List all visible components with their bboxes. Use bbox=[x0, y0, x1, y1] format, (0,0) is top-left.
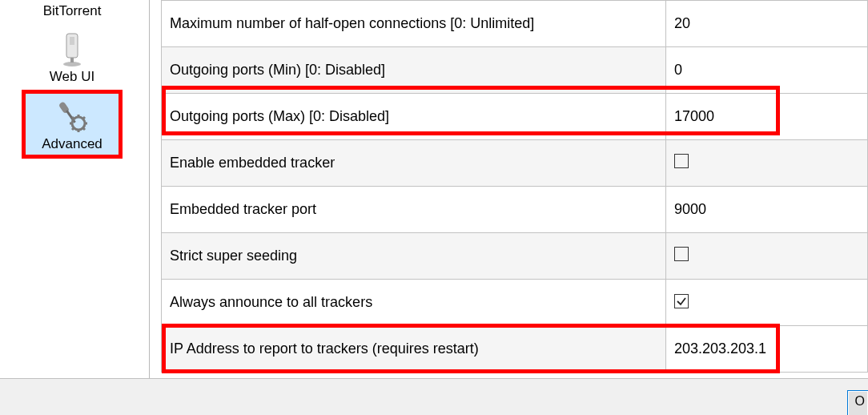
strict-super-seeding-checkbox[interactable] bbox=[674, 247, 689, 261]
svg-rect-1 bbox=[70, 37, 74, 45]
svg-line-13 bbox=[72, 128, 74, 130]
setting-row-outgoing-min: Outgoing ports (Min) [0: Disabled] bbox=[162, 47, 868, 94]
settings-table: Maximum number of half-open connections … bbox=[161, 0, 868, 373]
setting-row-embedded-tracker: Enable embedded tracker bbox=[162, 140, 868, 187]
setting-row-half-open: Maximum number of half-open connections … bbox=[162, 1, 868, 47]
sidebar-item-webui[interactable]: Web UI bbox=[24, 26, 120, 88]
setting-value[interactable] bbox=[666, 233, 868, 280]
setting-row-strict-super-seeding: Strict super seeding bbox=[162, 233, 868, 280]
half-open-input[interactable] bbox=[674, 1, 859, 46]
setting-value[interactable] bbox=[666, 94, 868, 140]
embedded-tracker-port-input[interactable] bbox=[674, 187, 859, 232]
webui-icon bbox=[62, 30, 82, 69]
setting-label: Outgoing ports (Max) [0: Disabled] bbox=[162, 94, 666, 140]
setting-label: Maximum number of half-open connections … bbox=[162, 1, 666, 47]
svg-line-12 bbox=[83, 128, 85, 130]
setting-value[interactable] bbox=[666, 280, 868, 326]
svg-rect-5 bbox=[66, 110, 76, 123]
sidebar-item-advanced[interactable]: Advanced bbox=[24, 92, 120, 156]
setting-value[interactable] bbox=[666, 326, 868, 373]
setting-label: Enable embedded tracker bbox=[162, 140, 666, 187]
setting-row-ip-report: IP Address to report to trackers (requir… bbox=[162, 326, 868, 373]
setting-value[interactable] bbox=[666, 47, 868, 94]
embedded-tracker-checkbox[interactable] bbox=[674, 154, 689, 168]
setting-row-embedded-tracker-port: Embedded tracker port bbox=[162, 187, 868, 233]
svg-point-6 bbox=[72, 117, 85, 130]
check-icon bbox=[676, 296, 687, 307]
setting-value[interactable] bbox=[666, 1, 868, 47]
vertical-divider bbox=[149, 0, 150, 380]
advanced-icon bbox=[53, 98, 91, 136]
ok-button[interactable]: O bbox=[847, 390, 868, 415]
sidebar-item-bittorrent[interactable]: BitTorrent bbox=[24, 3, 120, 22]
svg-line-14 bbox=[83, 117, 85, 119]
settings-sidebar: BitTorrent Web UI bbox=[0, 0, 144, 380]
dialog-footer: O bbox=[0, 378, 868, 415]
outgoing-min-input[interactable] bbox=[674, 47, 859, 93]
setting-label: Embedded tracker port bbox=[162, 187, 666, 233]
advanced-settings-panel: Maximum number of half-open connections … bbox=[161, 0, 868, 380]
sidebar-item-label: Web UI bbox=[50, 69, 94, 85]
svg-rect-3 bbox=[70, 58, 74, 62]
always-announce-checkbox[interactable] bbox=[674, 294, 689, 308]
setting-row-always-announce: Always announce to all trackers bbox=[162, 280, 868, 326]
setting-value[interactable] bbox=[666, 140, 868, 187]
setting-label: IP Address to report to trackers (requir… bbox=[162, 326, 666, 373]
svg-line-11 bbox=[72, 117, 74, 119]
setting-label: Outgoing ports (Min) [0: Disabled] bbox=[162, 47, 666, 94]
setting-value[interactable] bbox=[666, 187, 868, 233]
sidebar-item-label: Advanced bbox=[42, 136, 102, 152]
outgoing-max-input[interactable] bbox=[674, 94, 859, 139]
setting-row-outgoing-max: Outgoing ports (Max) [0: Disabled] bbox=[162, 94, 868, 140]
setting-label: Always announce to all trackers bbox=[162, 280, 666, 326]
sidebar-item-label: BitTorrent bbox=[43, 3, 102, 19]
ip-report-input[interactable] bbox=[674, 326, 859, 372]
setting-label: Strict super seeding bbox=[162, 233, 666, 280]
